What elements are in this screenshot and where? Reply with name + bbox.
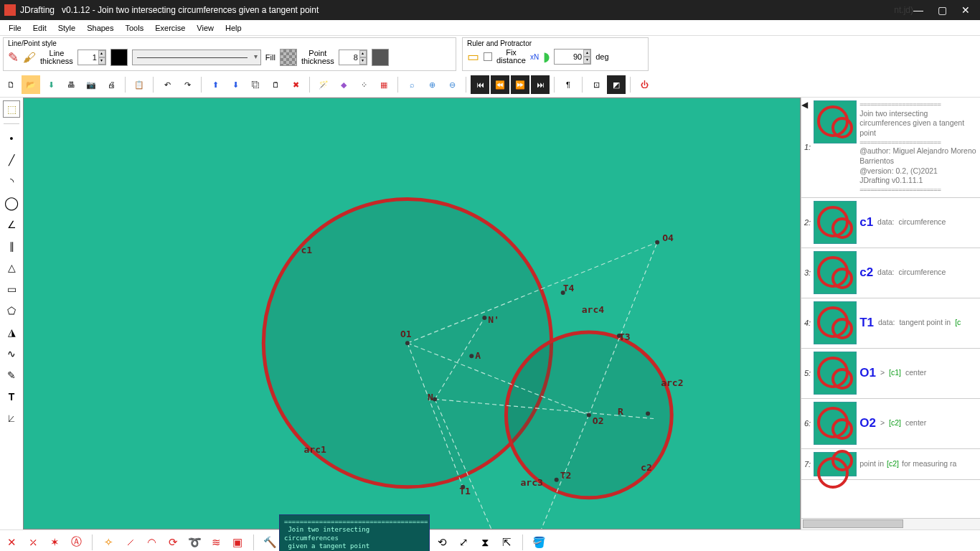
- paint-bucket-tool[interactable]: 🪣: [530, 534, 547, 551]
- fix-distance-checkbox[interactable]: [484, 52, 492, 61]
- selection-tool[interactable]: ⬚: [3, 100, 20, 118]
- history-item[interactable]: 3: c2 data: circumference: [801, 248, 980, 298]
- intersect-tool[interactable]: ✶: [46, 534, 63, 551]
- grid-button[interactable]: ⊡: [587, 75, 606, 94]
- xn-link[interactable]: xN: [530, 53, 539, 61]
- pilcrow-button[interactable]: ¶: [559, 75, 578, 94]
- trim-tool[interactable]: ✕: [3, 534, 20, 551]
- print-button[interactable]: 🖨: [102, 75, 121, 94]
- label-np: N': [488, 314, 499, 325]
- point-color-swatch[interactable]: [372, 49, 389, 66]
- save-button[interactable]: ⬇: [42, 75, 60, 94]
- spline-tool[interactable]: ∿: [3, 345, 20, 362]
- brush-icon[interactable]: 🖌: [23, 50, 36, 65]
- menu-edit[interactable]: Edit: [27, 22, 52, 34]
- parallel-tool[interactable]: ∥: [3, 237, 20, 255]
- point-on-tool[interactable]: ✧: [100, 534, 117, 551]
- at-tool[interactable]: Ⓐ: [67, 534, 85, 551]
- canvas[interactable]: c1 c2 arc1 arc2 arc3 arc4 O1 O2 O3 O4 T1…: [24, 98, 800, 529]
- new-file-button[interactable]: 🗋: [1, 75, 20, 94]
- history-item[interactable]: 2: c1 data: circumference: [801, 198, 980, 248]
- copy-button[interactable]: ⿻: [246, 75, 265, 94]
- rectangle-tool[interactable]: ▭: [3, 281, 20, 298]
- arc3-tool[interactable]: ◠: [143, 534, 160, 551]
- arc-center-tool[interactable]: ⟳: [164, 534, 182, 551]
- power-button[interactable]: ⏻: [635, 75, 654, 94]
- snapshot-button[interactable]: 📷: [82, 75, 100, 94]
- transform-toolbar: ✕ ⤫ ✶ Ⓐ ✧ ⟋ ◠ ⟳ ➰ ≋ ▣ 🔨 ⮂ ◎ ⧉ ◐ ● ✥ ⟲ ⤢ …: [0, 529, 980, 551]
- menu-view[interactable]: View: [191, 22, 220, 34]
- first-button[interactable]: ⏮: [471, 75, 489, 94]
- spiral-tool[interactable]: ➰: [186, 534, 203, 551]
- polygon-tool[interactable]: ⬠: [3, 302, 20, 319]
- cone-tool[interactable]: ◮: [3, 324, 20, 341]
- scale-tool[interactable]: ⤢: [455, 534, 472, 551]
- segment-tool[interactable]: ⟋: [121, 534, 138, 551]
- protractor-icon[interactable]: ◗: [543, 49, 550, 65]
- app-icon: [4, 4, 16, 16]
- extend-tool[interactable]: ⤫: [24, 534, 42, 551]
- minimize-button[interactable]: —: [913, 4, 923, 16]
- notes-button[interactable]: 🗒: [266, 75, 285, 94]
- open-file-button[interactable]: 📂: [22, 75, 40, 94]
- menu-tools[interactable]: Tools: [119, 22, 149, 34]
- delete-button[interactable]: ✖: [286, 75, 305, 94]
- angle-tool[interactable]: ∠: [3, 216, 20, 233]
- history-item[interactable]: 7: point in [c2] for measuring ra: [801, 449, 980, 480]
- history-item[interactable]: 1: ======================= Join two inte…: [801, 98, 980, 198]
- svg-point-6: [469, 354, 473, 358]
- last-button[interactable]: ⏭: [531, 75, 550, 94]
- redo-button[interactable]: ↷: [178, 75, 197, 94]
- undo-button[interactable]: ↶: [158, 75, 176, 94]
- menu-bar: File Edit Style Shapes Tools Exercise Vi…: [0, 20, 980, 36]
- color-tool-button[interactable]: 🪄: [314, 75, 333, 94]
- move-down-button[interactable]: ⬇: [226, 75, 245, 94]
- deg-label: deg: [595, 52, 608, 61]
- triangle-tool[interactable]: △: [3, 259, 20, 276]
- paste-button[interactable]: 📋: [130, 75, 149, 94]
- side-scrollbar[interactable]: [801, 518, 980, 529]
- history-item[interactable]: 4: T1 data: tangent point in [c: [801, 298, 980, 349]
- maximize-button[interactable]: ▢: [938, 4, 947, 16]
- collapse-side-button[interactable]: ◀: [801, 100, 810, 110]
- point-tool[interactable]: •: [3, 130, 20, 147]
- line-color-swatch[interactable]: [110, 49, 128, 66]
- export-button[interactable]: 🖶: [62, 75, 80, 94]
- svg-point-11: [646, 411, 650, 415]
- close-button[interactable]: ✕: [961, 4, 970, 16]
- freehand-tool[interactable]: ✎: [3, 367, 20, 384]
- mark-button[interactable]: ▦: [374, 75, 393, 94]
- menu-style[interactable]: Style: [52, 22, 81, 34]
- zoom-out-button[interactable]: ⊖: [443, 75, 461, 94]
- move-up-button[interactable]: ⬆: [206, 75, 225, 94]
- next-button[interactable]: ⏩: [511, 75, 529, 94]
- label-t2: T2: [560, 470, 572, 481]
- circle-tool[interactable]: ◯: [3, 194, 20, 212]
- ruler-icon[interactable]: ▭: [467, 49, 479, 65]
- arc-tool[interactable]: ◝: [3, 173, 20, 190]
- history-item[interactable]: 6: O2 > [c2] center: [801, 399, 980, 449]
- invert-button[interactable]: ◩: [607, 75, 626, 94]
- zoom-in-button[interactable]: ⊕: [423, 75, 441, 94]
- wave-tool[interactable]: ≋: [207, 534, 225, 551]
- rotate-tool[interactable]: ⟲: [433, 534, 451, 551]
- hammer-tool[interactable]: 🔨: [261, 534, 278, 551]
- line-style-dropdown[interactable]: [132, 50, 261, 65]
- prev-button[interactable]: ⏪: [491, 75, 509, 94]
- text-tool[interactable]: T: [3, 388, 20, 405]
- eyedropper-icon[interactable]: ✎: [8, 50, 19, 65]
- skew-tool[interactable]: ⇱: [498, 534, 515, 551]
- measure-tool[interactable]: ⟀: [3, 410, 20, 427]
- bounds-tool[interactable]: ▣: [229, 534, 246, 551]
- spray-button[interactable]: ⁘: [354, 75, 373, 94]
- menu-help[interactable]: Help: [220, 22, 248, 34]
- fill-swatch[interactable]: [280, 49, 297, 66]
- zoom-fit-button[interactable]: ⌕: [402, 75, 421, 94]
- menu-file[interactable]: File: [3, 22, 27, 34]
- menu-exercise[interactable]: Exercise: [149, 22, 191, 34]
- menu-shapes[interactable]: Shapes: [81, 22, 119, 34]
- history-item[interactable]: 5: O1 > [c1] center: [801, 349, 980, 399]
- mirror-tool[interactable]: ⧗: [476, 534, 494, 551]
- layers-button[interactable]: ◆: [334, 75, 353, 94]
- line-tool[interactable]: ╱: [3, 151, 20, 169]
